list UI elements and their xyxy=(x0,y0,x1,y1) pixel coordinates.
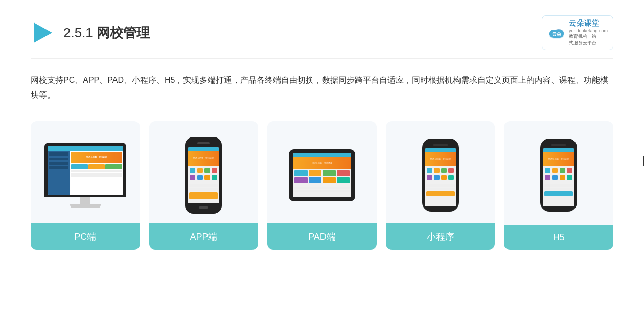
h5i4 xyxy=(567,168,572,173)
ar1 xyxy=(189,184,218,187)
g3 xyxy=(105,164,122,169)
pg6 xyxy=(309,177,322,183)
page-wrapper: 2.5.1 网校管理 云朵 云朵课堂 yunduoketang.com 教育机 xyxy=(0,0,644,322)
phone-notch xyxy=(433,144,448,146)
g2 xyxy=(88,164,105,169)
card-label-pad: PAD端 xyxy=(267,223,377,250)
s4 xyxy=(49,166,68,169)
monitor-neck xyxy=(80,197,90,204)
card-label-pc: PC端 xyxy=(31,223,140,250)
page-title: 2.5.1 网校管理 xyxy=(63,24,150,42)
ai1 xyxy=(190,168,195,173)
mi3 xyxy=(441,168,447,173)
pc-header-bar xyxy=(48,146,123,151)
h5i1 xyxy=(545,168,550,173)
logo-tagline-top: 教育机构一站 xyxy=(569,33,608,40)
minir1 xyxy=(426,184,455,187)
ai8 xyxy=(212,175,217,180)
card-label-app: APP端 xyxy=(149,223,259,250)
pc-sidebar xyxy=(48,151,70,195)
monitor-outer: 招进人的第一堂沟通课 xyxy=(44,143,126,197)
card-h5: 招进人的第一堂沟通课 xyxy=(504,121,613,250)
ar2 xyxy=(189,188,218,191)
phone-app-screen: 招进人的第一堂沟通课 xyxy=(188,147,219,203)
pg4 xyxy=(337,170,350,176)
minir2 xyxy=(426,188,455,190)
pg5 xyxy=(294,177,308,183)
h5r3 xyxy=(544,191,573,196)
play-icon xyxy=(31,20,55,45)
ai2 xyxy=(197,168,203,173)
h5-rows xyxy=(543,182,574,198)
s1 xyxy=(49,152,68,156)
card-pc: 招进人的第一堂沟通课 xyxy=(31,121,140,250)
mi4 xyxy=(448,168,454,173)
card-label-h5: H5 xyxy=(504,225,613,250)
h5r1 xyxy=(544,184,573,187)
pg1 xyxy=(294,170,308,176)
logo-text: 云朵课堂 yunduoketang.com 教育机构一站 式服务云平台 xyxy=(569,19,608,47)
app-rows xyxy=(188,182,219,203)
pc-body: 招进人的第一堂沟通课 xyxy=(48,151,123,195)
logo-brand-name: 云朵课堂 xyxy=(569,19,608,28)
monitor-screen: 招进人的第一堂沟通课 xyxy=(48,146,123,195)
mi2 xyxy=(434,168,440,173)
h5i8 xyxy=(567,175,572,180)
phone-speaker xyxy=(197,142,210,144)
pr2 xyxy=(294,190,350,192)
card-image-pad: 招进人的第一堂沟通课 xyxy=(267,121,377,223)
card-pad: 招进人的第一堂沟通课 xyxy=(267,121,377,250)
pc-screen-content: 招进人的第一堂沟通课 xyxy=(48,146,123,195)
card-miniprogram: 招进人的第一堂沟通课 xyxy=(386,121,495,250)
phone-mini-screen: 招进人的第一堂沟通课 xyxy=(425,148,456,206)
mini-top-bar xyxy=(425,148,456,152)
phone-h5-screen: 招进人的第一堂沟通课 xyxy=(543,148,574,206)
card-image-app: 招进人的第一堂沟通课 xyxy=(149,121,259,223)
pad-grid xyxy=(293,169,351,185)
mini-banner: 招进人的第一堂沟通课 xyxy=(425,152,456,166)
header-left: 2.5.1 网校管理 xyxy=(31,20,150,45)
h5-icon-grid xyxy=(543,166,574,182)
phone-h5-mockup: 招进人的第一堂沟通课 xyxy=(540,139,577,212)
phone-mini-outer: 招进人的第一堂沟通课 xyxy=(422,139,459,212)
pg3 xyxy=(323,170,336,176)
h5-top-bar xyxy=(543,148,574,152)
pad-outer: 招进人的第一堂沟通课 xyxy=(289,149,355,201)
h5-banner-text: 招进人的第一堂沟通课 xyxy=(548,158,569,160)
pg7 xyxy=(323,177,336,183)
pad-mockup: 招进人的第一堂沟通课 xyxy=(289,149,355,201)
pad-banner: 招进人的第一堂沟通课 xyxy=(293,157,351,169)
app-banner: 招进人的第一堂沟通课 xyxy=(188,151,219,166)
pad-header xyxy=(293,153,351,157)
pg2 xyxy=(309,170,322,176)
mi8 xyxy=(448,175,454,180)
pr1 xyxy=(294,187,350,189)
minir3 xyxy=(426,191,455,196)
svg-text:云朵: 云朵 xyxy=(552,32,562,37)
h5i5 xyxy=(545,175,550,180)
app-banner-text: 招进人的第一堂沟通课 xyxy=(193,157,214,159)
pc-banner-text: 招进人的第一堂沟通课 xyxy=(86,156,107,158)
pg8 xyxy=(337,177,350,183)
ai5 xyxy=(190,175,195,180)
pc-grid xyxy=(71,164,122,169)
logo-tagline-bottom: 式服务云平台 xyxy=(569,40,608,47)
phone-h5-notch xyxy=(551,144,566,146)
ai4 xyxy=(212,168,217,173)
cards-section: 招进人的第一堂沟通课 xyxy=(31,121,613,250)
s3 xyxy=(49,162,68,165)
mi1 xyxy=(427,168,432,173)
mini-rows xyxy=(425,182,456,198)
g1 xyxy=(71,164,88,169)
r3 xyxy=(71,175,122,177)
ar4 xyxy=(189,200,218,203)
app-icon-grid xyxy=(188,166,219,182)
mini-icon-grid xyxy=(425,166,456,182)
pad-banner-text: 招进人的第一堂沟通课 xyxy=(312,162,332,164)
description-text: 网校支持PC、APP、PAD、小程序、H5，实现多端打通，产品各终端自由切换，数… xyxy=(31,73,613,103)
phone-home-btn xyxy=(199,206,208,209)
h5i3 xyxy=(560,168,565,173)
ai7 xyxy=(204,175,210,180)
mini-banner-text: 招进人的第一堂沟通课 xyxy=(430,158,451,160)
r2 xyxy=(71,173,122,175)
